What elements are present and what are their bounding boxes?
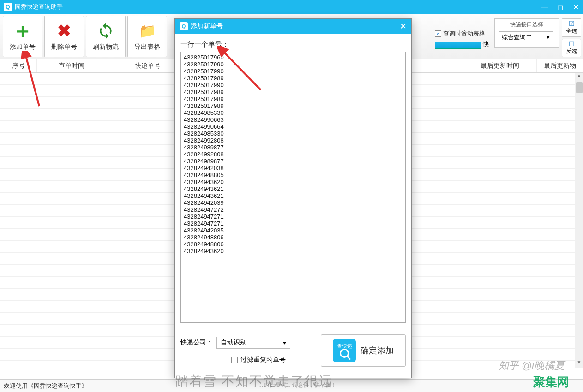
dialog-titlebar: Q 添加新单号 ✕ — [175, 19, 411, 34]
speed-progress[interactable] — [435, 42, 481, 49]
delete-number-button[interactable]: ✖ 删除单号 — [44, 16, 84, 57]
company-label: 快递公司： — [180, 339, 213, 347]
watermark-site: 聚集网 — [533, 374, 569, 390]
titlebar: Q 固乔快递查询助手 — ◻ ✕ — [0, 0, 583, 14]
filter-label: 过滤重复的单号 — [240, 356, 286, 364]
chevron-down-icon: ▾ — [547, 34, 550, 41]
select-all-label: 全选 — [566, 27, 577, 35]
delete-number-label: 删除单号 — [51, 43, 77, 51]
add-number-label: 添加单号 — [10, 43, 36, 51]
invert-selection-button[interactable]: ☐ 反选 — [562, 39, 581, 57]
refresh-icon — [96, 22, 115, 40]
checkbox-icon: ✓ — [435, 30, 441, 37]
add-number-button[interactable]: ＋ 添加单号 — [3, 16, 42, 57]
interface-group: 快递接口选择 综合查询二 ▾ — [494, 18, 559, 48]
col-query-time[interactable]: 查单时间 — [37, 59, 106, 72]
filter-checkbox-row[interactable]: ✓ 过滤重复的单号 — [231, 356, 290, 364]
export-button[interactable]: 📁 导出表格 — [127, 16, 167, 57]
export-label: 导出表格 — [134, 43, 160, 51]
search-express-icon: 查快递 — [333, 339, 356, 362]
select-all-button[interactable]: ☑ 全选 — [562, 18, 581, 37]
invert-label: 反选 — [566, 48, 577, 55]
delete-icon: ✖ — [55, 22, 73, 40]
maximize-button[interactable]: ◻ — [556, 3, 564, 12]
checkbox-icon: ✓ — [231, 357, 238, 363]
folder-icon: 📁 — [138, 22, 156, 40]
watermark-zhihu: 知乎 @i晚橘夏 — [499, 359, 565, 373]
watermark-tiny: ... 唯比显词，词意快，快，快！ — [258, 381, 337, 389]
window-title: 固乔快递查询助手 — [15, 3, 541, 11]
hint-label: 一行一个单号： — [180, 40, 406, 49]
tracking-numbers-textarea[interactable] — [180, 52, 406, 323]
refresh-label: 刷新物流 — [93, 43, 119, 51]
close-button[interactable]: ✕ — [572, 3, 579, 12]
interface-select[interactable]: 综合查询二 ▾ — [499, 31, 553, 43]
status-text: 欢迎使用《固乔快递查询快手》 — [4, 382, 88, 390]
refresh-button[interactable]: 刷新物流 — [86, 16, 126, 57]
add-number-dialog: Q 添加新单号 ✕ 一行一个单号： 快递公司： 自动识别 ▾ ✓ 过滤重复的单号… — [174, 18, 412, 378]
plus-icon: ＋ — [13, 22, 32, 40]
company-select[interactable]: 自动识别 ▾ — [216, 337, 290, 349]
scrollbar-thumb[interactable] — [576, 82, 583, 93]
chevron-down-icon: ▾ — [283, 339, 286, 346]
col-update-time[interactable]: 最后更新时间 — [463, 59, 537, 72]
select-all-icon: ☑ — [569, 20, 575, 27]
col-update-info[interactable]: 最后更新物 — [537, 59, 583, 72]
interface-title: 快递接口选择 — [499, 21, 555, 29]
dialog-icon: Q — [180, 22, 188, 30]
dialog-title: 添加新单号 — [191, 22, 400, 30]
col-index[interactable]: 序号 — [0, 59, 37, 72]
minimize-button[interactable]: — — [541, 3, 548, 12]
speed-label: 快 — [483, 40, 489, 48]
app-icon: Q — [4, 3, 12, 11]
company-value: 自动识别 — [221, 339, 246, 347]
scroll-checkbox-label: 查询时滚动表格 — [443, 30, 485, 38]
scroll-checkbox-row[interactable]: ✓ 查询时滚动表格 — [435, 30, 485, 38]
confirm-label: 确定添加 — [361, 345, 394, 356]
confirm-add-button[interactable]: 查快递 确定添加 — [321, 334, 406, 367]
dialog-close-button[interactable]: ✕ — [400, 21, 407, 31]
vertical-scrollbar[interactable]: ▲ ▼ — [575, 73, 583, 368]
interface-value: 综合查询二 — [502, 33, 532, 42]
invert-icon: ☐ — [569, 40, 575, 48]
